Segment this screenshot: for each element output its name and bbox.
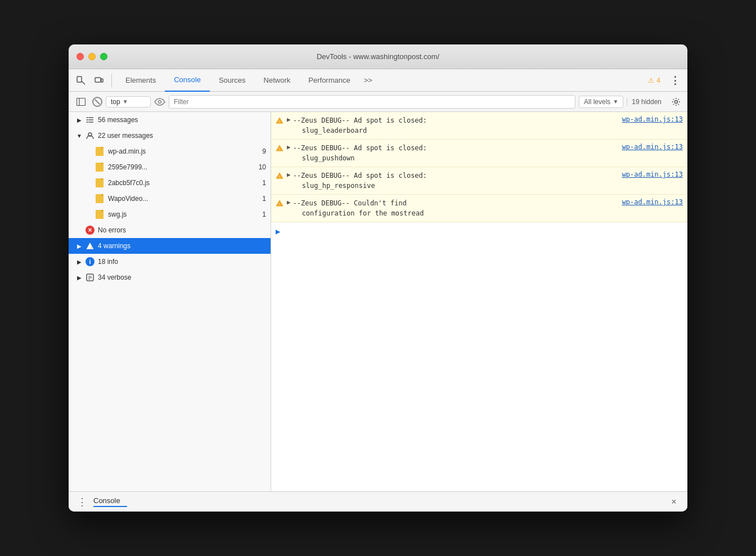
sidebar-file-wapovideo[interactable]: WapoVideo... 1	[69, 191, 271, 207]
list-icon	[86, 115, 94, 124]
close-panel-button[interactable]: ×	[667, 495, 681, 509]
svg-rect-2	[95, 78, 101, 82]
verbose-icon	[86, 273, 94, 282]
bottom-menu-button[interactable]: ⋮	[75, 495, 89, 509]
warning-icon: !	[276, 144, 284, 152]
svg-rect-12	[87, 119, 88, 120]
log-source-link[interactable]: wp-ad.min.js:13	[622, 198, 683, 206]
warning-icon: ⚠	[648, 77, 654, 84]
window-title: DevTools - www.washingtonpost.com/	[317, 52, 439, 61]
context-dropdown-arrow: ▼	[123, 98, 128, 105]
console-toolbar: top ▼ All levels ▼ 19 hidden	[69, 92, 687, 112]
svg-line-1	[82, 81, 85, 84]
log-row: ▶ --Zeus DEBUG-- Ad spot is closed: slug…	[287, 115, 683, 136]
maximize-button[interactable]	[100, 53, 107, 60]
warning-icon: !	[276, 199, 284, 207]
inspect-element-button[interactable]	[73, 73, 89, 88]
close-button[interactable]	[76, 53, 84, 60]
file-count: 9	[262, 147, 266, 155]
log-row: ▶ --Zeus DEBUG-- Ad spot is closed: slug…	[287, 143, 683, 163]
sidebar-item-all-messages[interactable]: ▶ 56 messages	[69, 112, 271, 128]
sidebar-item-no-errors[interactable]: ▶ × No errors	[69, 222, 271, 238]
tab-bar: Elements Console Sources Network Perform…	[69, 69, 687, 92]
sidebar-file-2abcb[interactable]: 2abcb5f7c0.js 1	[69, 175, 271, 191]
file-count: 1	[262, 195, 266, 203]
settings-button[interactable]	[669, 95, 683, 109]
sidebar-file-swg[interactable]: swg.js 1	[69, 207, 271, 222]
main-content: ▶ 56 messages ▼	[69, 112, 687, 491]
svg-rect-13	[87, 122, 88, 123]
log-row: ▶ --Zeus DEBUG-- Couldn't find configura…	[287, 198, 683, 218]
titlebar: DevTools - www.washingtonpost.com/	[69, 44, 687, 69]
log-source-link[interactable]: wp-ad.min.js:13	[622, 171, 683, 178]
svg-text:!: !	[279, 119, 280, 123]
overflow-menu-button[interactable]: ⋮	[667, 73, 683, 88]
log-source-link[interactable]: wp-ad.min.js:13	[622, 115, 683, 123]
svg-rect-4	[77, 98, 86, 105]
user-icon	[86, 131, 94, 140]
console-prompt[interactable]: ▶	[271, 222, 687, 240]
log-content: ▶ --Zeus DEBUG-- Ad spot is closed: slug…	[287, 143, 683, 163]
log-text: --Zeus DEBUG-- Ad spot is closed: slug_p…	[293, 143, 620, 163]
no-entry-icon[interactable]	[92, 97, 102, 107]
sidebar-item-verbose[interactable]: ▶ 34 verbose	[69, 270, 271, 285]
tab-sources[interactable]: Sources	[210, 69, 255, 92]
tab-console[interactable]: Console	[165, 69, 210, 92]
file-icon	[96, 178, 104, 187]
expand-arrow: ▼	[75, 132, 83, 140]
sidebar-item-warnings[interactable]: ▶ ⚠ 4 warnings	[69, 238, 271, 254]
warning-count: 4	[656, 77, 660, 84]
file-name: 2595e7999...	[108, 163, 147, 171]
levels-dropdown[interactable]: All levels ▼	[579, 96, 623, 108]
file-name: WapoVideo...	[108, 195, 148, 203]
context-selector[interactable]: top ▼	[106, 96, 151, 107]
tab-network[interactable]: Network	[255, 69, 300, 92]
sidebar-item-user-messages[interactable]: ▼ 22 user messages	[69, 128, 271, 144]
log-entry: ! ▶ --Zeus DEBUG-- Ad spot is closed: sl…	[271, 140, 687, 167]
file-count: 10	[259, 163, 266, 171]
sidebar-item-label: 34 verbose	[98, 273, 266, 281]
expand-log-arrow[interactable]: ▶	[287, 199, 291, 206]
file-icon	[96, 163, 104, 172]
expand-arrow: ▶	[75, 116, 83, 124]
sidebar-item-info[interactable]: ▶ i 18 info	[69, 254, 271, 270]
bottom-tab-area: Console	[93, 496, 127, 507]
warning-icon: !	[276, 116, 284, 124]
hidden-count: 19 hidden	[627, 98, 666, 106]
expand-log-arrow[interactable]: ▶	[287, 116, 291, 123]
warning-icon: ⚠	[86, 241, 94, 250]
more-tabs-button[interactable]: >>	[359, 69, 377, 92]
warning-icon: !	[276, 172, 284, 180]
sidebar-toggle-button[interactable]	[73, 94, 89, 110]
sidebar-item-label: 56 messages	[98, 116, 266, 124]
file-name: 2abcb5f7c0.js	[108, 179, 150, 187]
file-icon	[96, 194, 104, 203]
sidebar-file-wp-ad[interactable]: wp-ad.min.js 9	[69, 144, 271, 159]
tabs-container: Elements Console Sources Network Perform…	[116, 69, 637, 92]
tab-elements[interactable]: Elements	[116, 69, 165, 92]
sidebar-file-2595[interactable]: 2595e7999... 10	[69, 159, 271, 175]
sidebar-item-label: 4 warnings	[98, 242, 266, 250]
log-text: --Zeus DEBUG-- Ad spot is closed: slug_l…	[293, 115, 620, 136]
log-entry: ! ▶ --Zeus DEBUG-- Ad spot is closed: sl…	[271, 112, 687, 140]
svg-point-7	[675, 100, 678, 103]
log-source-link[interactable]: wp-ad.min.js:13	[622, 143, 683, 151]
expand-log-arrow[interactable]: ▶	[287, 144, 291, 151]
filter-input[interactable]	[169, 95, 575, 109]
svg-rect-11	[87, 117, 88, 118]
log-content: ▶ --Zeus DEBUG-- Ad spot is closed: slug…	[287, 115, 683, 136]
minimize-button[interactable]	[88, 53, 96, 60]
prompt-caret[interactable]: ▶	[276, 227, 280, 236]
tab-performance[interactable]: Performance	[299, 69, 359, 92]
bottom-tab-underline	[93, 506, 127, 507]
svg-text:!: !	[279, 202, 280, 206]
sidebar-item-label: No errors	[98, 226, 266, 234]
log-entry: ! ▶ --Zeus DEBUG-- Ad spot is closed: sl…	[271, 167, 687, 195]
eye-icon[interactable]	[154, 96, 165, 107]
file-name: swg.js	[108, 210, 127, 218]
expand-log-arrow[interactable]: ▶	[287, 171, 291, 178]
device-toggle-button[interactable]	[91, 73, 107, 88]
file-icon	[96, 210, 104, 219]
expand-arrow: ▶	[75, 242, 83, 250]
error-icon: ×	[86, 226, 94, 235]
